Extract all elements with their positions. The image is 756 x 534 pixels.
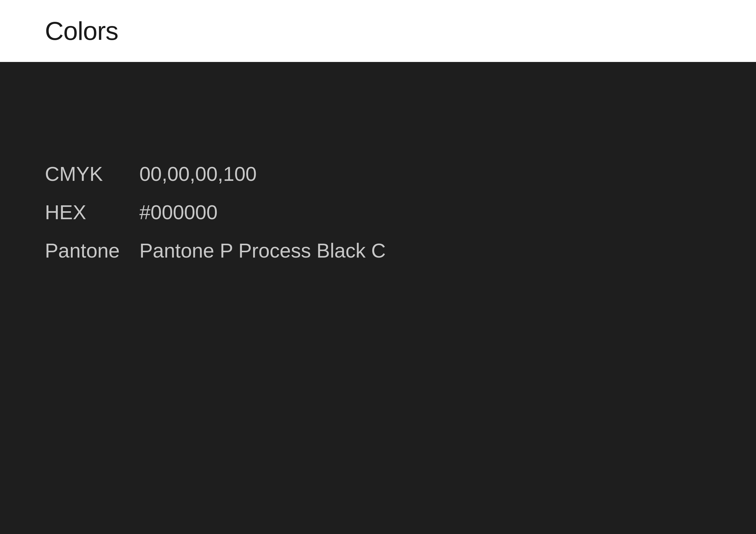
color-info-row: PantonePantone P Process Black C xyxy=(45,239,756,262)
color-value: Pantone P Process Black C xyxy=(139,239,386,262)
color-info-table: CMYK00,00,00,100HEX#000000PantonePantone… xyxy=(45,162,756,262)
color-value: #000000 xyxy=(139,201,218,224)
color-info-row: HEX#000000 xyxy=(45,201,756,224)
color-label: HEX xyxy=(45,201,139,224)
color-label: CMYK xyxy=(45,162,139,185)
color-info-row: CMYK00,00,00,100 xyxy=(45,162,756,185)
page-title: Colors xyxy=(45,18,118,44)
white-section: Colors xyxy=(0,0,756,62)
color-label: Pantone xyxy=(45,239,139,262)
color-value: 00,00,00,100 xyxy=(139,162,256,185)
dark-section: CMYK00,00,00,100HEX#000000PantonePantone… xyxy=(0,62,756,534)
